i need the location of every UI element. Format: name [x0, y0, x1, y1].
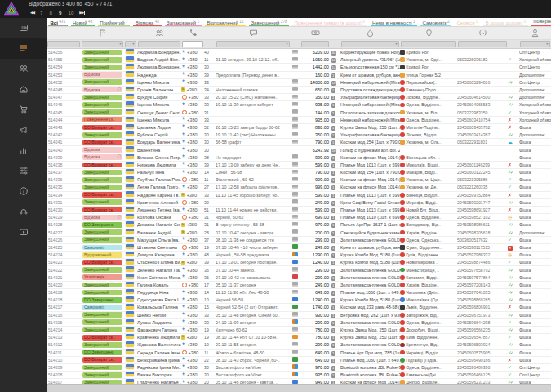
- filter-delivery[interactable]: [401, 41, 456, 48]
- table-row[interactable]: 514231ЗавершенийКравченко Алексей+380302…: [47, 199, 551, 207]
- sidebar-item-support[interactable]: [0, 202, 47, 222]
- client-phone[interactable]: +380: [181, 199, 204, 206]
- table-row[interactable]: 514214ЗавершенийФаранович Галина*+38019К…: [47, 327, 551, 334]
- table-row[interactable]: 514234DO Возврат ск..Надарян Карина Гв..…: [47, 192, 551, 199]
- sidebar-item-info[interactable]: [0, 181, 47, 202]
- table-row[interactable]: 514230DO Возврат ск..Лященко Тетяна Іва.…: [47, 207, 551, 214]
- status-tab[interactable]: Повернення (: [530, 18, 551, 26]
- status-tab[interactable]: Прийнятий7: [96, 18, 131, 26]
- status-tab[interactable]: Самовивіз2: [419, 18, 453, 26]
- table-row[interactable]: 514238DO Возврат ск..Ниркова Людмила*+38…: [47, 162, 551, 169]
- table-row[interactable]: 514242ЗавершенийРублюк Сергій*+3803019.1…: [47, 131, 551, 139]
- client-phone[interactable]: +380: [181, 244, 204, 251]
- status-tab[interactable]: Запакований1: [163, 18, 203, 26]
- sidebar-item-clients[interactable]: [0, 59, 47, 79]
- client-phone[interactable]: *+380: [181, 296, 204, 303]
- filter-comment[interactable]: [216, 41, 290, 48]
- client-phone[interactable]: *+380: [181, 162, 204, 168]
- table-row[interactable]: 514252ЗавершенийІщенко Микола*+380331400…: [47, 79, 551, 87]
- sidebar-item-dashboard[interactable]: [0, 18, 47, 38]
- table-row[interactable]: 514240ВідмоваВалентина*+380306243.9310Го…: [47, 146, 551, 154]
- status-tab[interactable]: Відправлений12: [203, 18, 247, 26]
- app-logo-icon[interactable]: [4, 2, 19, 19]
- client-phone[interactable]: *+380: [181, 252, 204, 258]
- sidebar-item-marketing[interactable]: [0, 120, 47, 140]
- table-row[interactable]: 514237ЗавершенийРальчук Інна*+38014Синій…: [47, 169, 551, 176]
- client-phone[interactable]: *+380: [181, 169, 204, 176]
- last-page-icon[interactable]: ▶▶: [79, 11, 85, 15]
- client-phone[interactable]: *+380: [181, 101, 204, 108]
- status-tab[interactable]: Новий48: [69, 18, 96, 26]
- sidebar-item-purchases[interactable]: [0, 100, 47, 120]
- filter-country[interactable]: [125, 41, 136, 48]
- sidebar-item-orders[interactable]: [0, 38, 47, 59]
- client-phone[interactable]: +380: [181, 350, 204, 356]
- client-phone[interactable]: +380: [181, 109, 204, 116]
- client-phone[interactable]: lic+380: [181, 259, 204, 265]
- table-row[interactable]: 514244Повернення (з..Іщенко Микола*+3803…: [47, 117, 551, 124]
- table-row[interactable]: 514236ЗавершенийЯкубчак Галина Ром..+380…: [47, 176, 551, 184]
- client-phone[interactable]: *+380: [181, 64, 204, 70]
- filter-id[interactable]: [47, 41, 80, 48]
- page-number[interactable]: 10: [68, 10, 73, 16]
- client-phone[interactable]: *+380: [181, 274, 204, 281]
- table-row[interactable]: 514211DO ЗавершеноСереда Галина Івані..+…: [47, 350, 551, 357]
- sidebar-item-warehouse[interactable]: [0, 79, 47, 100]
- client-phone[interactable]: *+380: [181, 341, 204, 348]
- table-row[interactable]: 514255ЗавершенийБадров Андрій Вікт..*+38…: [47, 56, 551, 64]
- client-phone[interactable]: *+380: [181, 237, 204, 243]
- client-phone[interactable]: *+380: [181, 79, 204, 86]
- filter-client[interactable]: [138, 41, 180, 48]
- table-row[interactable]: 514226ЗавершенийМарущак Ольга Іва..*+380…: [47, 237, 551, 244]
- table-row[interactable]: 514221УтилізаціяКнап Світлана Миха..*+38…: [47, 274, 551, 282]
- sidebar-item-statistics[interactable]: [0, 140, 47, 161]
- client-phone[interactable]: *+380: [181, 147, 204, 154]
- client-phone[interactable]: *+380: [181, 372, 204, 378]
- client-phone[interactable]: lic+380: [181, 334, 204, 341]
- client-phone[interactable]: *+380: [181, 184, 204, 190]
- client-phone[interactable]: lic+380: [181, 221, 204, 228]
- table-row[interactable]: 514239ВідмоваⓘБілоока Олена Петр..*+3803…: [47, 154, 551, 162]
- table-row[interactable]: 514256ЗавершенийЛюдмила Бондарен..*+3804…: [47, 49, 551, 56]
- sidebar-item-video[interactable]: [0, 222, 47, 243]
- table-row[interactable]: 514225СамовивізШтакина Светлана+3801907.…: [47, 244, 551, 252]
- status-tab[interactable]: Завершений278: [247, 18, 291, 26]
- range-end[interactable]: 450: [85, 1, 94, 7]
- status-tab[interactable]: В дорозі додому0: [482, 18, 530, 26]
- table-row[interactable]: 514247ЗавершенийБундук София+3803320.10 …: [47, 94, 551, 101]
- client-phone[interactable]: +380: [181, 94, 204, 100]
- table-row[interactable]: 514220ЗавершенийГалина Коваль+3801705.10…: [47, 282, 551, 289]
- client-phone[interactable]: +380: [181, 282, 204, 288]
- table-row[interactable]: 514254ЗавершенийЛюдмила Бондарен..*+3803…: [47, 64, 551, 71]
- filter-status[interactable]: [82, 41, 123, 48]
- table-row[interactable]: 514224ВідправленийДимула Катерина*+38048…: [47, 252, 551, 259]
- table-row[interactable]: 514235ЗавершенийЛетяк Галина Григо..*+38…: [47, 184, 551, 191]
- status-tab[interactable]: Всі471: [47, 18, 69, 26]
- table-row[interactable]: 514208ЗавершенийБажан Виктория*+38030Вис…: [47, 372, 551, 379]
- table-row[interactable]: 514217СамовивізКовальська Галина*+38015Ч…: [47, 304, 551, 311]
- status-tab[interactable]: Повернення товару (в дорозі)0: [291, 18, 369, 26]
- client-phone[interactable]: *+380: [181, 117, 204, 123]
- filter-ttn[interactable]: [458, 41, 507, 48]
- table-row[interactable]: 514248ВідмоваⓘПронів Валентинlic+38034На…: [47, 87, 551, 94]
- client-phone[interactable]: lic+380: [181, 87, 204, 93]
- table-row[interactable]: 514246ЗавершенийІщенко Микола*+3803319.1…: [47, 101, 551, 109]
- table-row[interactable]: 514216ЗавершенийШейко Нелли*+3803305.10 …: [47, 312, 551, 319]
- client-phone[interactable]: lic+380: [181, 192, 204, 198]
- client-phone[interactable]: *+380: [181, 124, 204, 131]
- table-row[interactable]: 514212ЗавершенийЖданова Валентина*+38019…: [47, 341, 551, 349]
- table-row[interactable]: 514245ЗавершенийОнищук Денис Сергі..+380…: [47, 109, 551, 117]
- page-number[interactable]: 8: [50, 10, 52, 16]
- client-phone[interactable]: *+380: [181, 319, 204, 326]
- client-phone[interactable]: *+380: [181, 207, 204, 213]
- client-phone[interactable]: *+380: [181, 357, 204, 363]
- status-tab[interactable]: Нема в наявності1: [369, 18, 420, 26]
- table-row[interactable]: 514229ВідмоваⓘКозлова Оксана+38031чорний…: [47, 214, 551, 221]
- table-row[interactable]: 514253ВідмоваНадежда*+38039Предоплата (П…: [47, 72, 551, 79]
- table-row[interactable]: 514223DO Возврат ск..Стасенко Галина Ви.…: [47, 259, 551, 266]
- client-phone[interactable]: *+380: [181, 72, 204, 78]
- table-row[interactable]: 514243DO Возврат ск..Цыганюк Лидия*+3805…: [47, 124, 551, 131]
- status-tab[interactable]: Відмова42: [131, 18, 162, 26]
- client-phone[interactable]: *+380: [181, 304, 204, 310]
- client-phone[interactable]: *+380: [181, 49, 204, 56]
